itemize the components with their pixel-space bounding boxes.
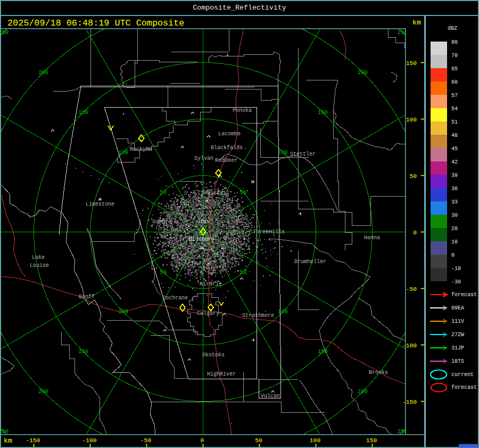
svg-text:09EA: 09EA (451, 305, 464, 311)
svg-text:57: 57 (451, 93, 458, 99)
svg-text:Airdrie: Airdrie (200, 281, 222, 287)
svg-text:0: 0 (201, 437, 204, 444)
svg-text:Innisfail: Innisfail (201, 190, 229, 196)
svg-text:80: 80 (451, 39, 458, 45)
svg-text:100: 100 (406, 117, 417, 123)
svg-text:20: 20 (451, 226, 458, 232)
svg-text:0: 0 (451, 252, 455, 258)
svg-text:Sundre: Sundre (152, 219, 171, 225)
svg-text:-30: -30 (451, 279, 461, 285)
svg-text:Drumheller: Drumheller (294, 259, 326, 265)
svg-text:200: 200 (358, 69, 368, 76)
svg-text:Hanna: Hanna (364, 235, 380, 241)
svg-text:0: 0 (413, 230, 417, 236)
svg-text:Didsbury: Didsbury (189, 237, 214, 242)
svg-text:18TS: 18TS (451, 359, 464, 364)
svg-text:70: 70 (451, 53, 458, 59)
svg-text:250: 250 (0, 29, 9, 36)
svg-text:48: 48 (451, 133, 458, 139)
svg-text:Brooks: Brooks (369, 370, 388, 376)
svg-text:forecast: forecast (451, 385, 477, 390)
svg-text:Vulcan: Vulcan (261, 393, 280, 399)
svg-text:50: 50 (255, 437, 262, 444)
svg-text:Banff: Banff (79, 294, 95, 300)
svg-text:-10: -10 (451, 266, 461, 272)
svg-text:100: 100 (278, 149, 288, 156)
svg-text:Composite_Reflectivity: Composite_Reflectivity (193, 4, 286, 12)
svg-text:Calgary: Calgary (197, 311, 219, 316)
svg-text:60: 60 (451, 79, 458, 85)
svg-text:50: 50 (240, 189, 246, 196)
svg-text:2025/09/18 06:48:19 UTC Compos: 2025/09/18 06:48:19 UTC Composite (7, 18, 184, 28)
svg-text:50: 50 (160, 189, 167, 196)
svg-text:Okotoks: Okotoks (202, 352, 225, 358)
svg-text:10: 10 (451, 239, 458, 245)
svg-text:200: 200 (38, 69, 48, 76)
svg-text:dBZ: dBZ (448, 26, 457, 31)
svg-text:250: 250 (0, 428, 9, 435)
svg-text:Cochrane: Cochrane (162, 295, 188, 301)
svg-text:-100: -100 (402, 343, 417, 349)
svg-text:-150: -150 (402, 399, 417, 405)
svg-text:111V: 111V (451, 319, 464, 324)
svg-text:Olds: Olds (197, 219, 210, 225)
svg-text:54: 54 (451, 106, 458, 112)
svg-text:ThreeHills: ThreeHills (253, 229, 285, 235)
svg-text:150: 150 (318, 109, 328, 116)
svg-text:-50: -50 (406, 286, 417, 292)
svg-text:200: 200 (358, 388, 368, 395)
svg-text:39: 39 (451, 173, 458, 178)
svg-text:100: 100 (310, 437, 321, 444)
svg-text:Lake: Lake (32, 255, 45, 260)
svg-text:50: 50 (409, 173, 417, 180)
svg-text:51: 51 (451, 119, 458, 125)
svg-text:150: 150 (366, 437, 377, 444)
svg-text:Blackfalds: Blackfalds (211, 145, 243, 151)
svg-text:forecast: forecast (451, 292, 477, 298)
svg-text:current: current (451, 372, 474, 378)
svg-text:150: 150 (318, 348, 328, 355)
svg-text:-50: -50 (141, 437, 152, 444)
svg-text:150: 150 (78, 109, 88, 116)
svg-text:200: 200 (38, 388, 48, 395)
svg-text:-150: -150 (26, 437, 40, 444)
svg-text:31JP: 31JP (451, 345, 464, 351)
svg-text:33: 33 (451, 199, 458, 205)
svg-text:HighRiver: HighRiver (207, 371, 236, 377)
svg-text:Limestone: Limestone (86, 201, 114, 207)
svg-text:Sylvan: Sylvan (194, 156, 213, 161)
svg-text:Stettler: Stettler (290, 151, 316, 157)
svg-text:-100: -100 (82, 437, 96, 444)
svg-text:Ponoka: Ponoka (233, 108, 252, 113)
svg-text:km: km (4, 437, 12, 445)
svg-text:27ZW: 27ZW (451, 332, 464, 338)
svg-text:42: 42 (451, 159, 458, 165)
svg-text:150: 150 (78, 348, 88, 355)
svg-text:50: 50 (240, 269, 246, 275)
svg-text:Lacombe: Lacombe (218, 131, 241, 137)
svg-text:65: 65 (451, 66, 458, 72)
svg-text:45: 45 (451, 146, 458, 152)
svg-text:Strathmore: Strathmore (242, 313, 274, 319)
svg-text:km: km (412, 19, 421, 27)
svg-text:150: 150 (406, 60, 417, 67)
svg-text:Louise: Louise (30, 263, 49, 268)
svg-text:RockyMH: RockyMH (130, 146, 152, 152)
svg-text:30: 30 (451, 213, 458, 218)
svg-text:36: 36 (451, 186, 458, 192)
svg-text:RedDeer: RedDeer (215, 158, 237, 164)
svg-text:100: 100 (118, 149, 128, 156)
svg-text:100: 100 (118, 308, 128, 315)
svg-text:100: 100 (278, 308, 288, 315)
svg-text:50: 50 (160, 269, 167, 275)
